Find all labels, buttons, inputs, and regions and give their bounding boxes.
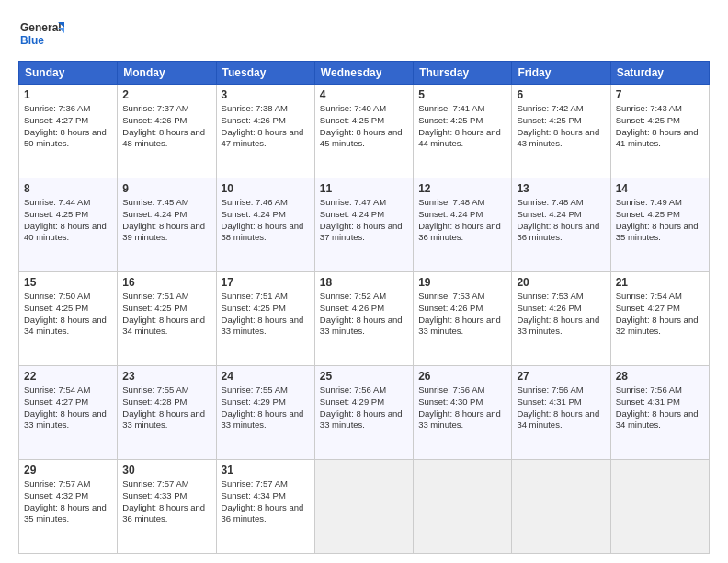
day-number: 30 <box>122 464 210 477</box>
day-cell-28: 28 Sunrise: 7:56 AMSunset: 4:31 PMDaylig… <box>610 366 709 460</box>
day-cell-15: 15 Sunrise: 7:50 AMSunset: 4:25 PMDaylig… <box>19 272 118 366</box>
day-number: 25 <box>320 370 408 383</box>
day-info: Sunrise: 7:55 AMSunset: 4:29 PMDaylight:… <box>222 385 304 430</box>
day-cell-23: 23 Sunrise: 7:55 AMSunset: 4:28 PMDaylig… <box>118 366 216 460</box>
day-number: 26 <box>418 370 506 383</box>
day-cell-19: 19 Sunrise: 7:53 AMSunset: 4:26 PMDaylig… <box>414 272 512 366</box>
day-cell-30: 30 Sunrise: 7:57 AMSunset: 4:33 PMDaylig… <box>118 460 216 554</box>
day-number: 7 <box>616 88 704 101</box>
page: General Blue SundayMondayTuesdayWednesda… <box>0 0 728 563</box>
weekday-header-thursday: Thursday <box>414 62 512 85</box>
day-number: 16 <box>122 276 210 289</box>
day-cell-11: 11 Sunrise: 7:47 AMSunset: 4:24 PMDaylig… <box>314 178 413 272</box>
day-cell-5: 5 Sunrise: 7:41 AMSunset: 4:25 PMDayligh… <box>414 85 512 178</box>
calendar-week-3: 15 Sunrise: 7:50 AMSunset: 4:25 PMDaylig… <box>19 272 710 366</box>
day-number: 18 <box>320 276 408 289</box>
day-cell-24: 24 Sunrise: 7:55 AMSunset: 4:29 PMDaylig… <box>216 366 314 460</box>
day-number: 4 <box>320 88 408 101</box>
day-info: Sunrise: 7:46 AMSunset: 4:24 PMDaylight:… <box>222 197 304 242</box>
day-number: 28 <box>616 370 704 383</box>
day-info: Sunrise: 7:50 AMSunset: 4:25 PMDaylight:… <box>24 291 107 336</box>
day-cell-31: 31 Sunrise: 7:57 AMSunset: 4:34 PMDaylig… <box>216 460 314 554</box>
day-cell-27: 27 Sunrise: 7:56 AMSunset: 4:31 PMDaylig… <box>512 366 610 460</box>
day-number: 24 <box>222 370 310 383</box>
day-info: Sunrise: 7:51 AMSunset: 4:25 PMDaylight:… <box>222 291 304 336</box>
day-cell-10: 10 Sunrise: 7:46 AMSunset: 4:24 PMDaylig… <box>216 178 314 272</box>
day-cell-21: 21 Sunrise: 7:54 AMSunset: 4:27 PMDaylig… <box>610 272 709 366</box>
logo-svg: General Blue <box>18 17 64 53</box>
day-info: Sunrise: 7:53 AMSunset: 4:26 PMDaylight:… <box>517 291 599 336</box>
day-info: Sunrise: 7:37 AMSunset: 4:26 PMDaylight:… <box>122 103 205 148</box>
day-info: Sunrise: 7:42 AMSunset: 4:25 PMDaylight:… <box>517 103 599 148</box>
day-info: Sunrise: 7:57 AMSunset: 4:32 PMDaylight:… <box>24 478 107 523</box>
day-number: 20 <box>517 276 605 289</box>
weekday-header-sunday: Sunday <box>19 62 118 85</box>
day-number: 19 <box>418 276 506 289</box>
day-info: Sunrise: 7:52 AMSunset: 4:26 PMDaylight:… <box>320 291 403 336</box>
day-info: Sunrise: 7:56 AMSunset: 4:31 PMDaylight:… <box>616 385 699 430</box>
day-number: 17 <box>222 276 310 289</box>
day-info: Sunrise: 7:53 AMSunset: 4:26 PMDaylight:… <box>418 291 501 336</box>
day-number: 5 <box>418 88 506 101</box>
day-info: Sunrise: 7:54 AMSunset: 4:27 PMDaylight:… <box>24 385 107 430</box>
weekday-header-monday: Monday <box>118 62 216 85</box>
weekday-header-wednesday: Wednesday <box>314 62 413 85</box>
day-info: Sunrise: 7:36 AMSunset: 4:27 PMDaylight:… <box>24 103 107 148</box>
day-cell-16: 16 Sunrise: 7:51 AMSunset: 4:25 PMDaylig… <box>118 272 216 366</box>
day-number: 13 <box>517 182 605 195</box>
day-info: Sunrise: 7:48 AMSunset: 4:24 PMDaylight:… <box>418 197 501 242</box>
day-info: Sunrise: 7:55 AMSunset: 4:28 PMDaylight:… <box>122 385 205 430</box>
day-cell-18: 18 Sunrise: 7:52 AMSunset: 4:26 PMDaylig… <box>314 272 413 366</box>
day-info: Sunrise: 7:40 AMSunset: 4:25 PMDaylight:… <box>320 103 403 148</box>
calendar-week-2: 8 Sunrise: 7:44 AMSunset: 4:25 PMDayligh… <box>19 178 710 272</box>
calendar-week-5: 29 Sunrise: 7:57 AMSunset: 4:32 PMDaylig… <box>19 460 710 554</box>
day-cell-6: 6 Sunrise: 7:42 AMSunset: 4:25 PMDayligh… <box>512 85 610 178</box>
svg-text:General: General <box>20 21 62 34</box>
day-info: Sunrise: 7:56 AMSunset: 4:29 PMDaylight:… <box>320 385 403 430</box>
day-number: 9 <box>122 182 210 195</box>
day-cell-2: 2 Sunrise: 7:37 AMSunset: 4:26 PMDayligh… <box>118 85 216 178</box>
day-number: 27 <box>517 370 605 383</box>
day-number: 29 <box>24 464 112 477</box>
day-cell-12: 12 Sunrise: 7:48 AMSunset: 4:24 PMDaylig… <box>414 178 512 272</box>
day-number: 15 <box>24 276 112 289</box>
day-number: 2 <box>122 88 210 101</box>
header: General Blue <box>18 17 710 53</box>
day-cell-26: 26 Sunrise: 7:56 AMSunset: 4:30 PMDaylig… <box>414 366 512 460</box>
day-cell-17: 17 Sunrise: 7:51 AMSunset: 4:25 PMDaylig… <box>216 272 314 366</box>
day-info: Sunrise: 7:51 AMSunset: 4:25 PMDaylight:… <box>122 291 205 336</box>
day-info: Sunrise: 7:45 AMSunset: 4:24 PMDaylight:… <box>122 197 205 242</box>
empty-cell <box>414 460 512 554</box>
day-info: Sunrise: 7:48 AMSunset: 4:24 PMDaylight:… <box>517 197 599 242</box>
day-cell-3: 3 Sunrise: 7:38 AMSunset: 4:26 PMDayligh… <box>216 85 314 178</box>
day-info: Sunrise: 7:57 AMSunset: 4:34 PMDaylight:… <box>222 478 304 523</box>
day-number: 10 <box>222 182 310 195</box>
day-info: Sunrise: 7:57 AMSunset: 4:33 PMDaylight:… <box>122 478 205 523</box>
day-cell-9: 9 Sunrise: 7:45 AMSunset: 4:24 PMDayligh… <box>118 178 216 272</box>
day-number: 12 <box>418 182 506 195</box>
day-number: 6 <box>517 88 605 101</box>
day-number: 3 <box>222 88 310 101</box>
day-info: Sunrise: 7:54 AMSunset: 4:27 PMDaylight:… <box>616 291 699 336</box>
day-cell-4: 4 Sunrise: 7:40 AMSunset: 4:25 PMDayligh… <box>314 85 413 178</box>
weekday-header-friday: Friday <box>512 62 610 85</box>
day-cell-7: 7 Sunrise: 7:43 AMSunset: 4:25 PMDayligh… <box>610 85 709 178</box>
day-info: Sunrise: 7:38 AMSunset: 4:26 PMDaylight:… <box>222 103 304 148</box>
day-number: 22 <box>24 370 112 383</box>
day-info: Sunrise: 7:56 AMSunset: 4:31 PMDaylight:… <box>517 385 599 430</box>
day-cell-14: 14 Sunrise: 7:49 AMSunset: 4:25 PMDaylig… <box>610 178 709 272</box>
day-cell-29: 29 Sunrise: 7:57 AMSunset: 4:32 PMDaylig… <box>19 460 118 554</box>
day-cell-8: 8 Sunrise: 7:44 AMSunset: 4:25 PMDayligh… <box>19 178 118 272</box>
empty-cell <box>610 460 709 554</box>
day-cell-1: 1 Sunrise: 7:36 AMSunset: 4:27 PMDayligh… <box>19 85 118 178</box>
day-number: 11 <box>320 182 408 195</box>
weekday-header-row: SundayMondayTuesdayWednesdayThursdayFrid… <box>19 62 710 85</box>
day-info: Sunrise: 7:43 AMSunset: 4:25 PMDaylight:… <box>616 103 699 148</box>
weekday-header-tuesday: Tuesday <box>216 62 314 85</box>
day-number: 8 <box>24 182 112 195</box>
day-cell-20: 20 Sunrise: 7:53 AMSunset: 4:26 PMDaylig… <box>512 272 610 366</box>
empty-cell <box>512 460 610 554</box>
logo: General Blue <box>18 17 64 53</box>
day-number: 1 <box>24 88 112 101</box>
day-info: Sunrise: 7:49 AMSunset: 4:25 PMDaylight:… <box>616 197 699 242</box>
